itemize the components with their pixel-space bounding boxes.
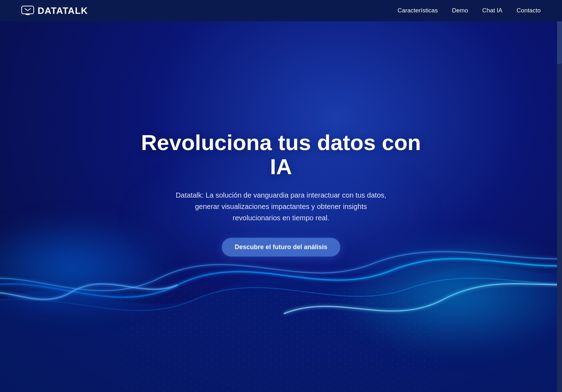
hero-subtitle-line3: revolucionarios en tiempo real. xyxy=(233,214,329,222)
cta-button[interactable]: Descubre el futuro del análisis xyxy=(222,238,340,256)
scrollbar[interactable] xyxy=(557,0,562,392)
nav-links: Características Demo Chat IA Contacto xyxy=(398,7,541,14)
nav-link-caracteristicas[interactable]: Características xyxy=(398,7,438,14)
svg-rect-3 xyxy=(26,14,30,15)
hero-subtitle: Datatalk: La solución de vanguardia para… xyxy=(139,189,423,223)
nav-link-contacto[interactable]: Contacto xyxy=(517,7,541,14)
logo-text: DATATALK xyxy=(38,5,88,16)
hero-subtitle-line2: generar visualizaciones impactantes y ob… xyxy=(195,203,367,210)
nav-link-chat-ia[interactable]: Chat IA xyxy=(482,7,502,14)
hero-subtitle-line1: Datatalk: La solución de vanguardia para… xyxy=(176,191,386,199)
navbar: DATATALK Características Demo Chat IA Co… xyxy=(0,0,562,21)
hero-title: Revoluciona tus datos con IA xyxy=(139,131,423,179)
hero-section: Revoluciona tus datos con IA Datatalk: L… xyxy=(0,0,562,392)
logo-area: DATATALK xyxy=(21,5,88,16)
hero-content: Revoluciona tus datos con IA Datatalk: L… xyxy=(139,131,423,256)
nav-link-demo[interactable]: Demo xyxy=(452,7,468,14)
logo-icon xyxy=(21,6,34,16)
svg-rect-0 xyxy=(22,6,34,14)
